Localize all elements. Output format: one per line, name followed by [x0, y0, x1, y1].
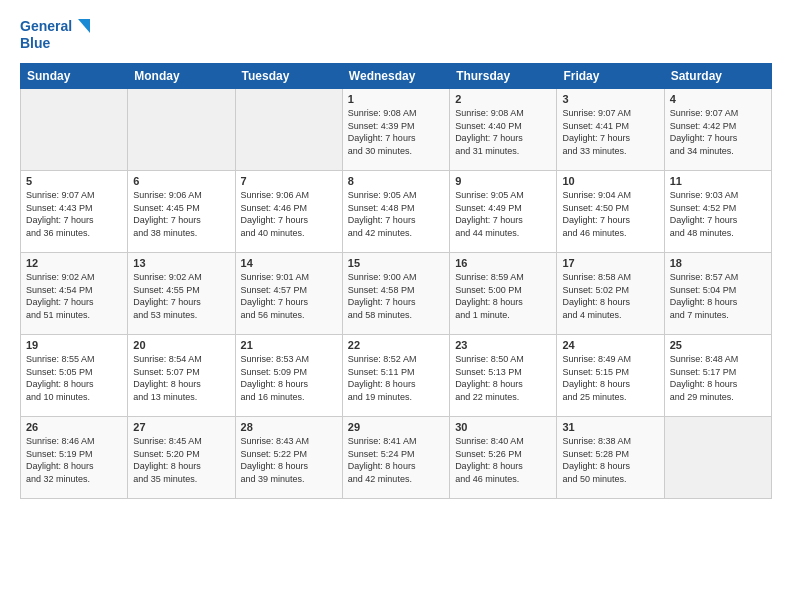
day-number: 11 [670, 175, 766, 187]
day-number: 16 [455, 257, 551, 269]
day-number: 24 [562, 339, 658, 351]
day-number: 17 [562, 257, 658, 269]
day-number: 23 [455, 339, 551, 351]
day-number: 30 [455, 421, 551, 433]
day-header-saturday: Saturday [664, 64, 771, 89]
calendar-day-cell [235, 89, 342, 171]
calendar-day-cell: 9Sunrise: 9:05 AM Sunset: 4:49 PM Daylig… [450, 171, 557, 253]
day-info: Sunrise: 8:41 AM Sunset: 5:24 PM Dayligh… [348, 435, 444, 485]
calendar-day-cell: 14Sunrise: 9:01 AM Sunset: 4:57 PM Dayli… [235, 253, 342, 335]
day-number: 20 [133, 339, 229, 351]
day-number: 22 [348, 339, 444, 351]
calendar-day-cell: 4Sunrise: 9:07 AM Sunset: 4:42 PM Daylig… [664, 89, 771, 171]
calendar-day-cell: 5Sunrise: 9:07 AM Sunset: 4:43 PM Daylig… [21, 171, 128, 253]
day-number: 2 [455, 93, 551, 105]
day-info: Sunrise: 9:07 AM Sunset: 4:42 PM Dayligh… [670, 107, 766, 157]
day-number: 25 [670, 339, 766, 351]
calendar-day-cell: 27Sunrise: 8:45 AM Sunset: 5:20 PM Dayli… [128, 417, 235, 499]
day-info: Sunrise: 8:48 AM Sunset: 5:17 PM Dayligh… [670, 353, 766, 403]
day-header-friday: Friday [557, 64, 664, 89]
day-info: Sunrise: 9:02 AM Sunset: 4:55 PM Dayligh… [133, 271, 229, 321]
calendar-day-cell: 3Sunrise: 9:07 AM Sunset: 4:41 PM Daylig… [557, 89, 664, 171]
day-info: Sunrise: 8:59 AM Sunset: 5:00 PM Dayligh… [455, 271, 551, 321]
day-header-sunday: Sunday [21, 64, 128, 89]
calendar-week-row: 1Sunrise: 9:08 AM Sunset: 4:39 PM Daylig… [21, 89, 772, 171]
day-number: 18 [670, 257, 766, 269]
logo: GeneralBlue [20, 15, 100, 53]
calendar-week-row: 5Sunrise: 9:07 AM Sunset: 4:43 PM Daylig… [21, 171, 772, 253]
calendar-day-cell: 24Sunrise: 8:49 AM Sunset: 5:15 PM Dayli… [557, 335, 664, 417]
day-info: Sunrise: 8:58 AM Sunset: 5:02 PM Dayligh… [562, 271, 658, 321]
day-number: 10 [562, 175, 658, 187]
day-info: Sunrise: 8:52 AM Sunset: 5:11 PM Dayligh… [348, 353, 444, 403]
calendar-day-cell: 1Sunrise: 9:08 AM Sunset: 4:39 PM Daylig… [342, 89, 449, 171]
day-number: 13 [133, 257, 229, 269]
day-number: 1 [348, 93, 444, 105]
day-header-tuesday: Tuesday [235, 64, 342, 89]
calendar-day-cell: 22Sunrise: 8:52 AM Sunset: 5:11 PM Dayli… [342, 335, 449, 417]
calendar-day-cell: 26Sunrise: 8:46 AM Sunset: 5:19 PM Dayli… [21, 417, 128, 499]
calendar-day-cell: 11Sunrise: 9:03 AM Sunset: 4:52 PM Dayli… [664, 171, 771, 253]
day-number: 12 [26, 257, 122, 269]
calendar-day-cell: 21Sunrise: 8:53 AM Sunset: 5:09 PM Dayli… [235, 335, 342, 417]
calendar-day-cell: 31Sunrise: 8:38 AM Sunset: 5:28 PM Dayli… [557, 417, 664, 499]
day-number: 28 [241, 421, 337, 433]
calendar-day-cell: 8Sunrise: 9:05 AM Sunset: 4:48 PM Daylig… [342, 171, 449, 253]
day-info: Sunrise: 9:06 AM Sunset: 4:46 PM Dayligh… [241, 189, 337, 239]
day-number: 9 [455, 175, 551, 187]
calendar-table: SundayMondayTuesdayWednesdayThursdayFrid… [20, 63, 772, 499]
day-info: Sunrise: 9:03 AM Sunset: 4:52 PM Dayligh… [670, 189, 766, 239]
calendar-day-cell: 10Sunrise: 9:04 AM Sunset: 4:50 PM Dayli… [557, 171, 664, 253]
day-info: Sunrise: 8:45 AM Sunset: 5:20 PM Dayligh… [133, 435, 229, 485]
day-number: 8 [348, 175, 444, 187]
calendar-day-cell: 18Sunrise: 8:57 AM Sunset: 5:04 PM Dayli… [664, 253, 771, 335]
calendar-header-row: SundayMondayTuesdayWednesdayThursdayFrid… [21, 64, 772, 89]
day-header-thursday: Thursday [450, 64, 557, 89]
calendar-day-cell: 13Sunrise: 9:02 AM Sunset: 4:55 PM Dayli… [128, 253, 235, 335]
day-info: Sunrise: 8:40 AM Sunset: 5:26 PM Dayligh… [455, 435, 551, 485]
day-info: Sunrise: 9:00 AM Sunset: 4:58 PM Dayligh… [348, 271, 444, 321]
day-info: Sunrise: 8:57 AM Sunset: 5:04 PM Dayligh… [670, 271, 766, 321]
day-info: Sunrise: 8:53 AM Sunset: 5:09 PM Dayligh… [241, 353, 337, 403]
day-number: 6 [133, 175, 229, 187]
calendar-day-cell: 12Sunrise: 9:02 AM Sunset: 4:54 PM Dayli… [21, 253, 128, 335]
day-info: Sunrise: 9:06 AM Sunset: 4:45 PM Dayligh… [133, 189, 229, 239]
day-info: Sunrise: 8:46 AM Sunset: 5:19 PM Dayligh… [26, 435, 122, 485]
calendar-day-cell: 6Sunrise: 9:06 AM Sunset: 4:45 PM Daylig… [128, 171, 235, 253]
day-number: 14 [241, 257, 337, 269]
calendar-week-row: 19Sunrise: 8:55 AM Sunset: 5:05 PM Dayli… [21, 335, 772, 417]
calendar-day-cell: 25Sunrise: 8:48 AM Sunset: 5:17 PM Dayli… [664, 335, 771, 417]
day-info: Sunrise: 9:08 AM Sunset: 4:40 PM Dayligh… [455, 107, 551, 157]
calendar-week-row: 26Sunrise: 8:46 AM Sunset: 5:19 PM Dayli… [21, 417, 772, 499]
day-info: Sunrise: 9:07 AM Sunset: 4:43 PM Dayligh… [26, 189, 122, 239]
calendar-day-cell [128, 89, 235, 171]
calendar-day-cell: 20Sunrise: 8:54 AM Sunset: 5:07 PM Dayli… [128, 335, 235, 417]
day-number: 29 [348, 421, 444, 433]
day-info: Sunrise: 9:01 AM Sunset: 4:57 PM Dayligh… [241, 271, 337, 321]
day-header-monday: Monday [128, 64, 235, 89]
svg-text:General: General [20, 18, 72, 34]
calendar-day-cell: 28Sunrise: 8:43 AM Sunset: 5:22 PM Dayli… [235, 417, 342, 499]
day-info: Sunrise: 9:02 AM Sunset: 4:54 PM Dayligh… [26, 271, 122, 321]
day-info: Sunrise: 9:05 AM Sunset: 4:48 PM Dayligh… [348, 189, 444, 239]
svg-marker-2 [78, 19, 90, 33]
day-number: 4 [670, 93, 766, 105]
day-info: Sunrise: 8:49 AM Sunset: 5:15 PM Dayligh… [562, 353, 658, 403]
calendar-day-cell [664, 417, 771, 499]
day-number: 27 [133, 421, 229, 433]
svg-text:Blue: Blue [20, 35, 51, 51]
logo-icon: GeneralBlue [20, 15, 100, 53]
page: GeneralBlue SundayMondayTuesdayWednesday… [0, 0, 792, 612]
day-info: Sunrise: 8:43 AM Sunset: 5:22 PM Dayligh… [241, 435, 337, 485]
day-number: 31 [562, 421, 658, 433]
day-info: Sunrise: 9:07 AM Sunset: 4:41 PM Dayligh… [562, 107, 658, 157]
day-number: 19 [26, 339, 122, 351]
header: GeneralBlue [20, 15, 772, 53]
calendar-day-cell: 23Sunrise: 8:50 AM Sunset: 5:13 PM Dayli… [450, 335, 557, 417]
calendar-day-cell: 29Sunrise: 8:41 AM Sunset: 5:24 PM Dayli… [342, 417, 449, 499]
day-header-wednesday: Wednesday [342, 64, 449, 89]
day-number: 3 [562, 93, 658, 105]
day-info: Sunrise: 9:05 AM Sunset: 4:49 PM Dayligh… [455, 189, 551, 239]
calendar-week-row: 12Sunrise: 9:02 AM Sunset: 4:54 PM Dayli… [21, 253, 772, 335]
calendar-day-cell: 7Sunrise: 9:06 AM Sunset: 4:46 PM Daylig… [235, 171, 342, 253]
